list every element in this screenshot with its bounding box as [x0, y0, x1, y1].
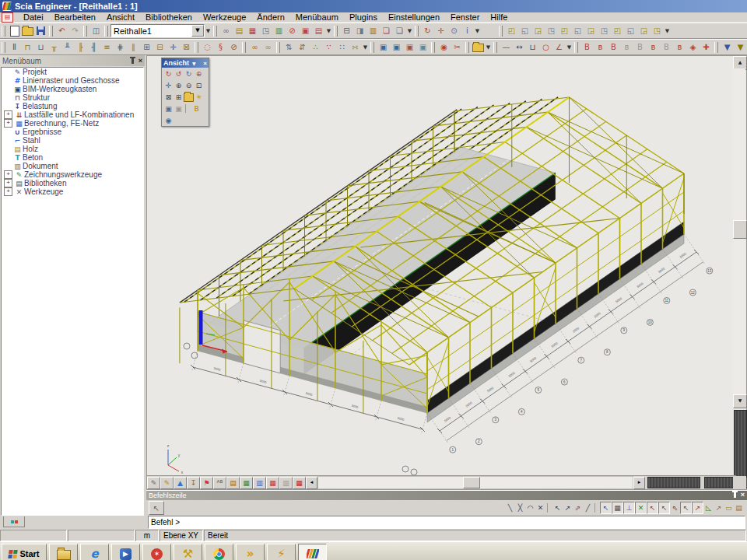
beam-13-icon[interactable]: ✛	[167, 41, 180, 54]
befehlszeile-pin-icon[interactable]	[734, 492, 736, 498]
view-8-icon[interactable]: ◳	[598, 25, 611, 37]
toolbar-grip[interactable]	[334, 26, 338, 37]
snap-mid-icon[interactable]: ╳	[515, 502, 525, 513]
window-a-icon[interactable]: ▣	[377, 41, 390, 54]
tree-item-struktur[interactable]: ⊓Struktur	[2, 93, 143, 102]
expand-icon[interactable]: +	[4, 110, 12, 119]
menu-einstellungen[interactable]: Einstellungen	[383, 12, 445, 22]
snap-g-icon[interactable]: ⇖	[670, 502, 680, 513]
document-new-icon[interactable]: ❏	[380, 25, 393, 37]
view-9-icon[interactable]: ◰	[611, 25, 624, 37]
label-b1-icon[interactable]: B	[580, 41, 594, 54]
beam-3-icon[interactable]: ⊔	[34, 41, 47, 54]
snap-a-icon[interactable]: ↖	[552, 502, 563, 513]
zoom-selection-icon[interactable]: ⊞	[174, 92, 184, 102]
tree-item-stahl[interactable]: ⌐Stahl	[2, 136, 143, 145]
beam-1-icon[interactable]: Ⅱ	[8, 41, 21, 54]
points-b-icon[interactable]: ∵	[322, 41, 335, 54]
menu-menübaum[interactable]: Menübaum	[290, 12, 344, 22]
strip-left-arrow-icon[interactable]: ◂	[306, 477, 317, 489]
rotate-free-icon[interactable]: ⊕	[194, 68, 204, 79]
hscroll-thumb[interactable]	[463, 477, 480, 488]
snap-d-icon[interactable]: ╱	[583, 502, 593, 513]
project-data-icon[interactable]: ∞	[219, 25, 233, 37]
snap-e-icon[interactable]: ↖	[647, 502, 658, 514]
taskbar-internet-explorer[interactable]: e	[80, 544, 109, 560]
tree-item-ergebnisse[interactable]: ∪Ergebnisse	[2, 128, 143, 136]
label-b5-icon[interactable]: B	[633, 41, 647, 54]
window-b-icon[interactable]: ▣	[390, 41, 403, 54]
dim-chain-icon[interactable]: ⊔	[526, 41, 539, 54]
zoom-out-icon[interactable]: ⊖	[184, 80, 194, 90]
toolbar-grip[interactable]	[431, 42, 435, 53]
gallery-icon[interactable]: ▥	[366, 25, 380, 37]
taskbar-quick-arrows[interactable]: »	[236, 544, 265, 560]
status-plane[interactable]: Ebene XY	[160, 530, 203, 541]
view-11-icon[interactable]: ◲	[637, 25, 651, 37]
select-poly-icon[interactable]: §	[214, 41, 227, 54]
tree-item-projekt[interactable]: ✎Projekt	[2, 68, 143, 76]
rotate-z-icon[interactable]: ↻	[184, 68, 194, 79]
snap-tri-icon[interactable]: ◺	[703, 502, 714, 513]
zoom-in-icon[interactable]: ⊕	[174, 80, 184, 90]
view-6-icon[interactable]: ◱	[571, 25, 584, 37]
toolbar-grip[interactable]	[276, 42, 280, 53]
window-d-icon[interactable]: ▣	[416, 41, 430, 54]
nodes-up-icon[interactable]: ⇅	[282, 41, 296, 54]
layers-icon[interactable]: ▤	[233, 25, 246, 37]
snap-arc-icon[interactable]: ◠	[525, 502, 535, 513]
menu-ändern[interactable]: Ändern	[251, 12, 289, 22]
beam-10-icon[interactable]: ∥	[127, 41, 140, 54]
strip-right-arrow-icon[interactable]: ▸	[633, 477, 645, 489]
menu-hilfe[interactable]: Hilfe	[485, 12, 513, 22]
perspective-icon[interactable]: ◉	[163, 115, 174, 125]
document-icon[interactable]: ❏	[393, 25, 406, 37]
points-a-icon[interactable]: ∴	[309, 41, 322, 54]
beam-7-icon[interactable]: ╢	[87, 41, 100, 54]
snap-b-icon[interactable]: ↗	[563, 502, 573, 513]
toolbar-grip[interactable]	[2, 26, 5, 37]
view-5-icon[interactable]: ◰	[558, 25, 571, 37]
photo-view-icon[interactable]: ▣	[163, 103, 174, 114]
mesh-display-icon[interactable]: ▦	[240, 477, 253, 489]
beam-2-icon[interactable]: ⊓	[21, 41, 34, 54]
tree-item-bim[interactable]: ▣BIM-Werkzeugkasten	[2, 85, 143, 93]
beam-4-icon[interactable]: ╥	[47, 41, 61, 54]
tree-item-linienraster[interactable]: #Linienraster und Geschosse	[2, 76, 143, 85]
bed-icon[interactable]: ▤	[312, 25, 325, 37]
toolbar-grip[interactable]	[213, 26, 217, 37]
dim-align-icon[interactable]: ↔	[513, 41, 526, 54]
load-display-icon[interactable]: ↧	[187, 477, 200, 489]
undo-icon[interactable]: ↶	[55, 25, 68, 37]
save-project-icon[interactable]	[34, 25, 47, 37]
expand-icon[interactable]: +	[4, 187, 12, 196]
clipboard-icon[interactable]: ▥	[272, 25, 286, 37]
clip-folder-icon[interactable]	[184, 92, 194, 102]
toolbar-grip[interactable]	[714, 42, 718, 53]
dimension-tools-dropdown-icon[interactable]: ▼	[566, 41, 573, 54]
folder-tool-icon[interactable]	[472, 41, 485, 54]
beam-5-icon[interactable]: ╨	[61, 41, 74, 54]
link-icon[interactable]: ∞	[248, 41, 261, 54]
label-b6-icon[interactable]: ʙ	[647, 41, 660, 54]
measure-icon[interactable]: ⊙	[447, 25, 461, 37]
open-project-icon[interactable]	[21, 25, 34, 37]
doc-display-icon[interactable]: ▥	[253, 477, 266, 489]
save-view-icon[interactable]: ▼	[721, 41, 734, 54]
3d-viewport[interactable]: 1500025000350004500055000650007500085000…	[146, 55, 747, 490]
start-button[interactable]: Start	[2, 544, 47, 560]
view-1-icon[interactable]: ◰	[505, 25, 518, 37]
menu-plugins[interactable]: Plugins	[344, 12, 383, 22]
document-system-icon[interactable]: ▤	[2, 12, 13, 23]
beam-14-icon[interactable]: ⊠	[180, 41, 193, 54]
unlink-icon[interactable]: ∞	[261, 41, 275, 54]
taskbar-winamp[interactable]: ⚡	[267, 544, 296, 560]
dim-angle-icon[interactable]: ∠	[552, 41, 566, 54]
disable-icon[interactable]: ⊘	[286, 25, 299, 37]
nodes-down-icon[interactable]: ⇵	[296, 41, 309, 54]
menu-werkzeuge[interactable]: Werkzeuge	[198, 12, 251, 22]
view-12-icon[interactable]: ◳	[651, 25, 664, 37]
snap-x-icon[interactable]: ✕	[635, 502, 647, 514]
doc-gray-icon[interactable]: ▥	[279, 477, 293, 489]
snap-ruler-icon[interactable]: ▭	[724, 502, 734, 513]
